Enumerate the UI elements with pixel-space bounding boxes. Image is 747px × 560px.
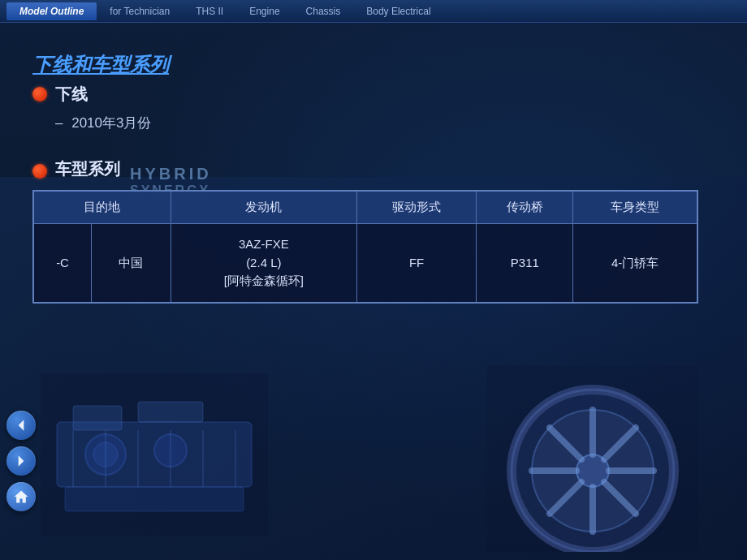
nav-for-technician[interactable]: for Technician	[97, 2, 183, 20]
home-button[interactable]	[6, 482, 36, 511]
vehicle-table: 目的地 发动机 驱动形式 传动桥 车身类型 -C 中国 3AZ-FXE (2.4…	[32, 190, 698, 304]
cell-dest-region: 中国	[92, 224, 171, 303]
back-icon	[13, 417, 29, 433]
engine-image	[41, 373, 268, 536]
bullet-icon-discontinue	[32, 87, 47, 101]
svg-marker-29	[15, 491, 28, 503]
discontinue-section: 下线 – 2010年3月份	[32, 84, 731, 134]
nav-body-electrical[interactable]: Body Electrical	[353, 2, 443, 20]
vehicle-series-header: 车型系列	[32, 158, 731, 180]
vehicle-series-section: 车型系列 目的地 发动机 驱动形式 传动桥 车身类型 -C 中国	[32, 158, 731, 304]
forward-icon	[13, 453, 29, 469]
forward-button[interactable]	[6, 446, 36, 476]
bullet-icon-vehicle	[32, 164, 47, 179]
cell-drive: FF	[356, 224, 477, 303]
home-icon	[13, 489, 29, 505]
discontinue-date: – 2010年3月份	[55, 112, 731, 134]
cell-body: 4-门轿车	[573, 224, 697, 303]
wheel-image	[487, 365, 698, 552]
th-engine: 发动机	[171, 191, 356, 224]
engine-cycle: [阿特金森循环]	[179, 272, 348, 291]
svg-rect-7	[65, 487, 244, 511]
page-title: 下线和车型系列	[32, 52, 169, 78]
table-header-row: 目的地 发动机 驱动形式 传动桥 车身类型	[33, 191, 697, 224]
svg-marker-28	[19, 455, 24, 466]
cell-engine: 3AZ-FXE (2.4 L) [阿特金森循环]	[171, 224, 356, 303]
engine-displacement: (2.4 L)	[179, 254, 348, 273]
th-axle: 传动桥	[477, 191, 573, 224]
cell-dest-code: -C	[33, 224, 92, 303]
cell-axle: P311	[477, 224, 573, 303]
content-area: 下线 – 2010年3月份 车型系列 目的地 发动机 驱动形式 传	[32, 84, 731, 304]
nav-engine[interactable]: Engine	[236, 2, 292, 20]
discontinue-bullet: 下线	[32, 84, 731, 106]
back-button[interactable]	[6, 411, 36, 440]
th-destination: 目的地	[33, 191, 171, 224]
dash-icon: –	[55, 115, 63, 131]
sidebar-navigation	[6, 411, 36, 511]
nav-chassis[interactable]: Chassis	[293, 2, 354, 20]
vehicle-series-heading: 车型系列	[55, 158, 120, 180]
navigation-bar: Model Outline for Technician THS II Engi…	[0, 0, 747, 23]
svg-marker-27	[19, 420, 24, 430]
discontinue-heading: 下线	[55, 84, 88, 106]
svg-rect-2	[73, 406, 122, 430]
th-drive: 驱动形式	[356, 191, 477, 224]
table-row: -C 中国 3AZ-FXE (2.4 L) [阿特金森循环] FF P311 4…	[33, 224, 697, 303]
th-body: 车身类型	[573, 191, 697, 224]
nav-ths-ii[interactable]: THS II	[183, 2, 236, 20]
engine-name: 3AZ-FXE	[179, 235, 348, 254]
main-content: HYBRID SYNERGY 下线和车型系列 下线 –	[0, 23, 747, 560]
svg-rect-3	[138, 402, 203, 422]
nav-model-outline[interactable]: Model Outline	[6, 2, 97, 20]
